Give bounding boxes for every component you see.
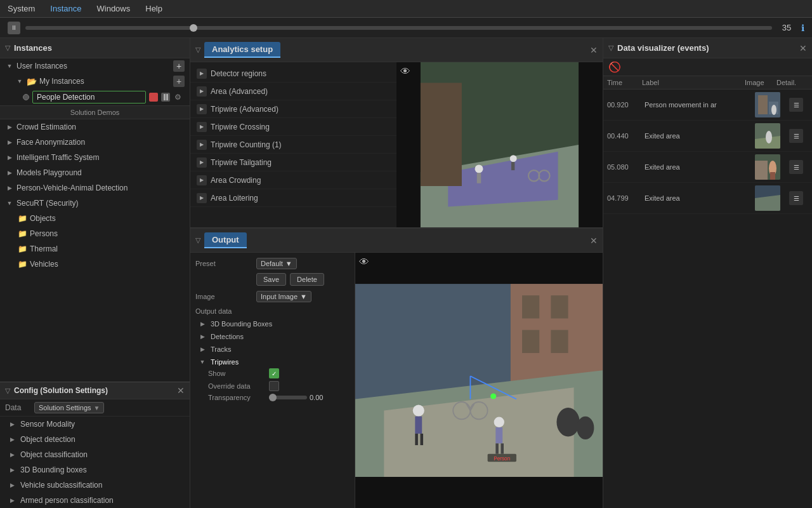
tracks-item[interactable]: Tracks (195, 343, 350, 356)
tripwires-item[interactable]: Tripwires (195, 356, 350, 368)
svg-rect-7 (511, 162, 514, 170)
sensor-modality-item[interactable]: Sensor Modality (0, 417, 190, 432)
tripwire-tailgating-play[interactable] (197, 157, 207, 168)
analytics-close-button[interactable]: ✕ (590, 45, 598, 55)
tripwire-crossing-play[interactable] (197, 122, 207, 132)
tripwire-counting-play[interactable] (197, 140, 207, 150)
instance-gear-button[interactable]: ⚙ (173, 93, 182, 102)
save-button[interactable]: Save (256, 273, 286, 286)
object-detection-item[interactable]: Object detection (0, 432, 190, 447)
svg-rect-13 (551, 295, 568, 318)
area-loitering-play[interactable] (197, 193, 207, 203)
event-4-thumbnail[interactable] (755, 185, 780, 211)
tripwire-counting-item[interactable]: Tripwire Counting (1) (190, 136, 396, 154)
detections-item[interactable]: Detections (195, 330, 350, 343)
svg-rect-28 (501, 443, 504, 453)
analytics-title[interactable]: Analytics setup (204, 42, 280, 58)
tripwire-tailgating-item[interactable]: Tripwire Tailgating (190, 154, 396, 171)
bounding-boxes-item[interactable]: 3D Bounding boxes (0, 462, 190, 478)
my-instances-item[interactable]: 📂 My Instances + (0, 74, 190, 89)
timeline-pause-button[interactable]: ⏸ (8, 22, 20, 34)
user-instances-item[interactable]: User Instances + (0, 58, 190, 74)
svg-point-6 (510, 155, 517, 162)
intelligent-traffic-item[interactable]: Intelligent Traffic System (0, 150, 190, 165)
area-advanced-item[interactable]: Area (Advanced) (190, 83, 396, 100)
event-2-detail-button[interactable]: ☰ (789, 129, 803, 143)
event-4-thumb-svg (755, 185, 780, 211)
area-crowding-play[interactable] (197, 175, 207, 185)
output-preview-eye-icon[interactable]: 👁 (359, 257, 369, 268)
config-data-dropdown[interactable]: Solution Settings ▼ (34, 402, 104, 413)
user-instances-arrow (5, 62, 14, 70)
svg-rect-3 (421, 83, 462, 187)
3d-bb-label: 3D Bounding Boxes (211, 320, 272, 328)
tripwire-advanced-item[interactable]: Tripwire (Advanced) (190, 100, 396, 118)
output-body: Preset Default ▼ Save Delete Im (190, 253, 603, 508)
config-title: Config (Solution Settings) (14, 386, 108, 395)
area-loitering-item[interactable]: Area Loitering (190, 189, 396, 207)
armed-person-arrow (8, 496, 16, 505)
object-classification-item[interactable]: Object classification (0, 447, 190, 462)
timeline-info-button[interactable]: ℹ (801, 23, 804, 33)
vehicle-subclass-item[interactable]: Vehicle subclassification (0, 478, 190, 493)
preset-dropdown[interactable]: Default ▼ (256, 258, 297, 269)
face-anonymization-item[interactable]: Face Anonymization (0, 135, 190, 150)
instance-stop-button[interactable] (149, 93, 158, 102)
tripwire-crossing-item[interactable]: Tripwire Crossing (190, 118, 396, 136)
image-dropdown[interactable]: Input Image ▼ (256, 291, 311, 302)
instance-name[interactable]: People Detection (32, 91, 146, 104)
crowd-estimation-label: Crowd Estimation (16, 123, 76, 131)
3d-bounding-boxes-item[interactable]: 3D Bounding Boxes (195, 318, 350, 330)
show-row: Show ✓ (195, 368, 350, 378)
crowd-estimation-item[interactable]: Crowd Estimation (0, 119, 190, 135)
timeline-track[interactable] (25, 26, 772, 30)
transparency-thumb[interactable] (269, 394, 277, 401)
event-4-detail-button[interactable]: ☰ (789, 191, 803, 205)
add-user-instance-button[interactable]: + (173, 60, 185, 72)
config-close-button[interactable]: ✕ (177, 385, 185, 396)
show-checkbox[interactable]: ✓ (269, 368, 279, 378)
thermal-item[interactable]: 📁 Thermal (0, 241, 190, 257)
menu-windows[interactable]: Windows (95, 3, 133, 15)
output-title[interactable]: Output (204, 232, 247, 248)
override-label: Override data (208, 382, 265, 390)
dv-close-button[interactable]: ✕ (799, 43, 807, 53)
add-my-instance-button[interactable]: + (173, 76, 185, 87)
timeline-thumb[interactable] (190, 24, 197, 32)
menubar: System Instance Windows Help (0, 0, 812, 18)
folder-icon: 📂 (27, 77, 37, 86)
securt-item[interactable]: SecuRT (Security) (0, 196, 190, 211)
area-crowding-item[interactable]: Area Crowding (190, 171, 396, 189)
event-1-detail-button[interactable]: ☰ (789, 98, 803, 112)
override-checkbox[interactable] (269, 381, 279, 391)
event-3-detail-button[interactable]: ☰ (789, 160, 803, 174)
svg-rect-5 (477, 173, 481, 183)
output-close-button[interactable]: ✕ (590, 236, 598, 246)
svg-rect-15 (551, 330, 568, 353)
pva-detection-arrow (5, 184, 14, 192)
vehicles-item[interactable]: 📁 Vehicles (0, 257, 190, 272)
persons-item[interactable]: 📁 Persons (0, 226, 190, 241)
menu-system[interactable]: System (5, 3, 37, 15)
tripwire-advanced-play[interactable] (197, 104, 207, 114)
detector-regions-item[interactable]: Detector regions (190, 65, 396, 83)
analytics-preview-eye-icon[interactable]: 👁 (400, 66, 410, 77)
armed-person-item[interactable]: Armed person classification (0, 493, 190, 508)
event-4-time: 04.799 (607, 194, 642, 202)
objects-item[interactable]: 📁 Objects (0, 211, 190, 226)
delete-button[interactable]: Delete (290, 273, 324, 286)
instance-status-dot (23, 94, 29, 100)
pva-detection-item[interactable]: Person-Vehicle-Animal Detection (0, 180, 190, 196)
output-panel: ▽ Output ✕ Preset Default ▼ (190, 229, 603, 508)
models-playground-item[interactable]: Models Playground (0, 165, 190, 180)
event-2-thumbnail[interactable] (755, 123, 780, 149)
menu-instance[interactable]: Instance (48, 3, 84, 15)
menu-help[interactable]: Help (143, 3, 165, 15)
event-3-thumbnail[interactable] (755, 154, 780, 180)
detector-regions-play[interactable] (197, 69, 207, 79)
transparency-slider[interactable] (269, 396, 307, 399)
eye-slash-icon[interactable]: 🚫 (608, 61, 621, 73)
event-1-thumbnail[interactable] (755, 92, 780, 117)
area-advanced-play[interactable] (197, 86, 207, 97)
instance-pause-button[interactable] (161, 93, 170, 102)
